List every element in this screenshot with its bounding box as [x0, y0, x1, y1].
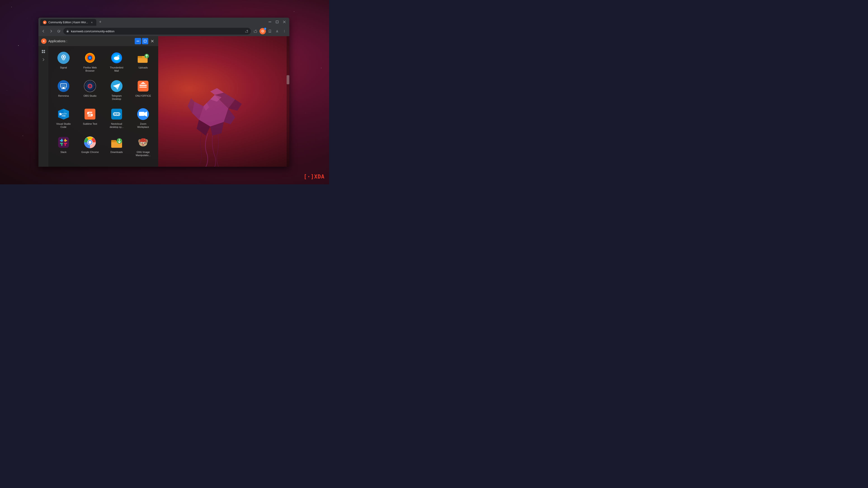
app-item-gimp[interactable]: GNU Image Manipulatio... [132, 134, 155, 159]
extensions-button[interactable]: 1 [259, 28, 266, 34]
new-tab-button[interactable]: + [97, 19, 103, 25]
svg-rect-25 [144, 40, 146, 42]
svg-point-109 [143, 144, 144, 145]
downloads-label: Downloads [111, 151, 123, 154]
svg-point-42 [114, 57, 119, 60]
downloads-button[interactable] [274, 28, 280, 34]
tab-title: Community Edition | Kasm Wor... [49, 21, 88, 24]
svg-point-8 [284, 30, 285, 31]
svg-rect-67 [140, 87, 147, 88]
extension-badge: 1 [264, 28, 266, 30]
svg-point-108 [142, 142, 143, 143]
back-button[interactable] [40, 28, 46, 34]
chrome-label: Google Chrome [81, 151, 99, 154]
app-item-obs[interactable]: OBS Studio [79, 78, 102, 103]
app-item-onlyoffice[interactable]: ONLYOFFICE [132, 78, 155, 103]
address-bar[interactable]: kasmweb.com/community-edition [63, 28, 251, 35]
bookmarks-button[interactable] [267, 28, 273, 34]
share-page-button[interactable] [252, 28, 258, 34]
panel-close-button[interactable] [149, 38, 156, 44]
minimize-button[interactable] [267, 19, 273, 25]
share-icon [245, 30, 248, 33]
browser-window-controls [267, 19, 287, 25]
chrome-icon [84, 136, 96, 149]
svg-text:</>: </> [62, 112, 67, 115]
lock-icon [66, 30, 69, 33]
svg-point-107 [144, 142, 145, 143]
tab-close-button[interactable]: ✕ [90, 21, 94, 24]
panel-maximize-button[interactable] [142, 38, 148, 44]
zoom-label: Zoom Workplace [134, 122, 152, 129]
app-item-chrome[interactable]: Google Chrome [79, 134, 102, 159]
app-item-vscode[interactable]: </> Visual Studio Code [52, 106, 75, 131]
downloads-folder-icon [110, 136, 123, 149]
panel-title: Applications : [49, 39, 67, 43]
app-launcher-panel: K Applications : [38, 36, 158, 167]
panel-minimize-button[interactable] [135, 38, 141, 44]
svg-point-9 [284, 31, 285, 31]
forward-button[interactable] [48, 28, 54, 34]
app-item-thunderbird[interactable]: Thunderbird Mail [105, 50, 128, 74]
slack-label: Slack [60, 151, 66, 154]
tab-favicon: K [43, 21, 46, 24]
app-item-signal[interactable]: Signal [52, 50, 75, 74]
panel-controls [135, 38, 156, 44]
side-navigation [38, 46, 49, 167]
firefox-icon [84, 52, 96, 64]
uploads-icon [137, 52, 149, 64]
svg-point-44 [118, 56, 119, 57]
app-item-sublime[interactable]: Sublime Text [79, 106, 102, 131]
app-item-remmina[interactable]: Remmina [52, 78, 75, 103]
telegram-icon [110, 80, 123, 92]
sublime-label: Sublime Text [83, 122, 97, 125]
app-item-firefox[interactable]: Firefox Web Browser [79, 50, 102, 74]
app-item-slack[interactable]: Slack [52, 134, 75, 159]
app-item-downloads[interactable]: Downloads [105, 134, 128, 159]
close-button[interactable] [281, 19, 287, 25]
obs-label: OBS Studio [84, 94, 96, 97]
svg-rect-3 [276, 21, 278, 23]
nextcloud-label: Nextcloud desktop sy... [107, 122, 126, 129]
browser-content: K Applications : [38, 36, 289, 167]
app-item-telegram[interactable]: Telegram Desktop [105, 78, 128, 103]
thunderbird-label: Thunderbird Mail [107, 66, 126, 72]
browser-scrollbar[interactable] [287, 36, 289, 167]
address-text: kasmweb.com/community-edition [71, 30, 243, 33]
svg-rect-86 [60, 140, 63, 141]
app-item-uploads[interactable]: Uploads [132, 50, 155, 74]
uploads-label: Uploads [138, 66, 148, 69]
toolbar-actions: 1 [252, 28, 287, 34]
slack-icon [57, 136, 70, 149]
svg-point-39 [89, 57, 91, 59]
svg-rect-92 [64, 143, 67, 144]
expand-button[interactable] [40, 56, 47, 63]
svg-point-62 [89, 86, 91, 87]
svg-rect-6 [67, 31, 68, 32]
kasm-logo: K [41, 38, 46, 44]
scrollbar-thumb[interactable] [287, 75, 289, 84]
svg-point-112 [144, 138, 146, 140]
refresh-button[interactable] [56, 28, 62, 34]
onlyoffice-label: ONLYOFFICE [135, 94, 151, 97]
firefox-label: Firefox Web Browser [81, 66, 99, 72]
svg-point-79 [116, 113, 117, 115]
svg-rect-88 [60, 143, 63, 144]
gimp-label: GNU Image Manipulatio... [134, 151, 152, 157]
maximize-button[interactable] [274, 19, 280, 25]
menu-button[interactable] [281, 28, 287, 34]
svg-point-96 [88, 141, 92, 144]
svg-point-106 [142, 142, 143, 143]
zoom-icon [137, 108, 149, 121]
browser-tab[interactable]: K Community Edition | Kasm Wor... ✕ [40, 19, 96, 26]
app-grid: Signal [52, 50, 155, 159]
onlyoffice-icon [137, 80, 149, 92]
app-item-nextcloud[interactable]: Nextcloud desktop sy... [105, 106, 128, 131]
grid-view-button[interactable] [40, 48, 47, 55]
svg-point-10 [284, 32, 285, 32]
svg-point-80 [118, 113, 119, 115]
svg-rect-29 [43, 50, 45, 51]
app-item-zoom[interactable]: Zoom Workplace [132, 106, 155, 131]
signal-label: Signal [60, 66, 67, 69]
svg-rect-28 [42, 50, 43, 51]
vscode-label: Visual Studio Code [55, 122, 72, 129]
